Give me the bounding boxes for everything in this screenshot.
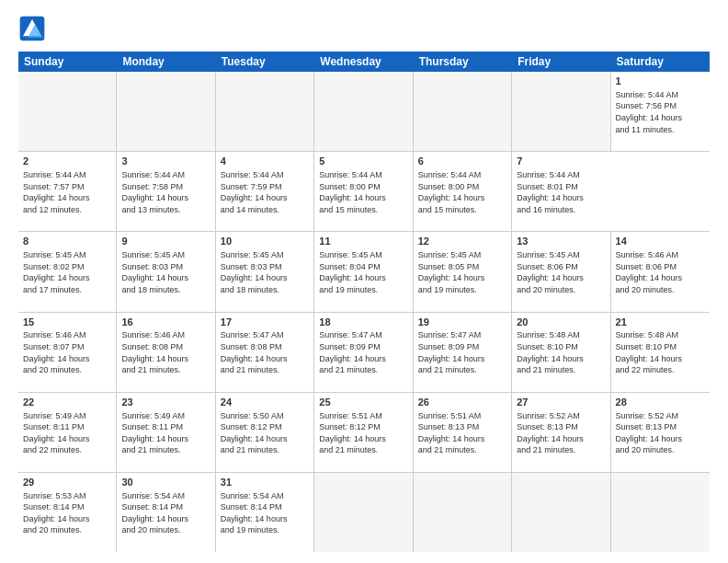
day-info: Sunrise: 5:46 AM Sunset: 8:06 PM Dayligh…: [616, 249, 705, 295]
calendar-row: 22Sunrise: 5:49 AM Sunset: 8:11 PM Dayli…: [18, 393, 710, 473]
day-number: 1: [616, 75, 705, 88]
day-info: Sunrise: 5:45 AM Sunset: 8:05 PM Dayligh…: [418, 249, 506, 295]
day-info: Sunrise: 5:51 AM Sunset: 8:13 PM Dayligh…: [418, 410, 506, 456]
calendar-cell: 18Sunrise: 5:47 AM Sunset: 8:09 PM Dayli…: [314, 313, 413, 392]
day-number: 20: [517, 316, 605, 329]
logo: [18, 15, 50, 42]
day-number: 11: [319, 235, 407, 248]
calendar-header-cell: Sunday: [18, 52, 117, 72]
calendar-cell: 3Sunrise: 5:44 AM Sunset: 7:58 PM Daylig…: [117, 152, 215, 231]
day-number: 4: [221, 155, 309, 168]
day-number: 21: [616, 316, 705, 329]
header: [18, 15, 710, 42]
calendar-cell-empty: [314, 72, 413, 151]
calendar-cell: 29Sunrise: 5:53 AM Sunset: 8:14 PM Dayli…: [18, 473, 117, 552]
calendar-cell: 26Sunrise: 5:51 AM Sunset: 8:13 PM Dayli…: [414, 393, 512, 472]
day-info: Sunrise: 5:44 AM Sunset: 7:56 PM Dayligh…: [616, 89, 705, 135]
day-info: Sunrise: 5:46 AM Sunset: 8:07 PM Dayligh…: [23, 329, 111, 375]
calendar-header-cell: Saturday: [611, 52, 710, 72]
calendar-header: SundayMondayTuesdayWednesdayThursdayFrid…: [18, 52, 710, 72]
calendar-cell: 13Sunrise: 5:45 AM Sunset: 8:06 PM Dayli…: [512, 232, 610, 311]
day-number: 26: [418, 396, 506, 409]
day-number: 3: [121, 155, 210, 168]
calendar-cell: 7Sunrise: 5:44 AM Sunset: 8:01 PM Daylig…: [512, 152, 610, 231]
day-number: 13: [517, 235, 605, 248]
calendar-row: 2Sunrise: 5:44 AM Sunset: 7:57 PM Daylig…: [18, 152, 710, 232]
calendar-header-cell: Wednesday: [314, 52, 413, 72]
calendar-row: 29Sunrise: 5:53 AM Sunset: 8:14 PM Dayli…: [18, 473, 710, 552]
day-info: Sunrise: 5:45 AM Sunset: 8:03 PM Dayligh…: [121, 249, 210, 295]
day-number: 24: [221, 396, 309, 409]
day-number: 7: [517, 155, 606, 168]
day-number: 19: [418, 316, 506, 329]
day-number: 6: [418, 155, 506, 168]
calendar-row: 1Sunrise: 5:44 AM Sunset: 7:56 PM Daylig…: [18, 72, 710, 152]
day-info: Sunrise: 5:44 AM Sunset: 7:59 PM Dayligh…: [221, 169, 309, 215]
calendar-cell: 12Sunrise: 5:45 AM Sunset: 8:05 PM Dayli…: [414, 232, 512, 311]
calendar-cell: 10Sunrise: 5:45 AM Sunset: 8:03 PM Dayli…: [216, 232, 314, 311]
calendar-cell: 21Sunrise: 5:48 AM Sunset: 8:10 PM Dayli…: [611, 313, 710, 392]
day-number: 23: [121, 396, 210, 409]
calendar-header-cell: Friday: [512, 52, 610, 72]
calendar-row: 8Sunrise: 5:45 AM Sunset: 8:02 PM Daylig…: [18, 232, 710, 312]
calendar-cell-empty: [117, 72, 215, 151]
calendar-cell: 28Sunrise: 5:52 AM Sunset: 8:13 PM Dayli…: [611, 393, 710, 472]
day-number: 27: [517, 396, 605, 409]
calendar-cell: 5Sunrise: 5:44 AM Sunset: 8:00 PM Daylig…: [314, 152, 413, 231]
day-info: Sunrise: 5:45 AM Sunset: 8:02 PM Dayligh…: [23, 249, 111, 295]
calendar-header-cell: Tuesday: [216, 52, 314, 72]
day-number: 18: [319, 316, 407, 329]
day-info: Sunrise: 5:45 AM Sunset: 8:03 PM Dayligh…: [221, 249, 309, 295]
day-info: Sunrise: 5:46 AM Sunset: 8:08 PM Dayligh…: [121, 329, 210, 375]
calendar-header-cell: Thursday: [414, 52, 512, 72]
calendar-cell: 25Sunrise: 5:51 AM Sunset: 8:12 PM Dayli…: [314, 393, 413, 472]
day-number: 14: [616, 235, 705, 248]
day-info: Sunrise: 5:44 AM Sunset: 8:01 PM Dayligh…: [517, 169, 606, 215]
day-info: Sunrise: 5:50 AM Sunset: 8:12 PM Dayligh…: [221, 410, 309, 456]
day-info: Sunrise: 5:44 AM Sunset: 7:57 PM Dayligh…: [23, 169, 111, 215]
day-number: 2: [23, 155, 111, 168]
day-number: 22: [23, 396, 111, 409]
calendar-cell: 11Sunrise: 5:45 AM Sunset: 8:04 PM Dayli…: [314, 232, 413, 311]
calendar-cell-empty: [18, 72, 117, 151]
day-info: Sunrise: 5:47 AM Sunset: 8:08 PM Dayligh…: [221, 329, 309, 375]
day-number: 9: [121, 235, 210, 248]
day-info: Sunrise: 5:45 AM Sunset: 8:04 PM Dayligh…: [319, 249, 407, 295]
day-number: 31: [221, 476, 309, 489]
calendar-row: 15Sunrise: 5:46 AM Sunset: 8:07 PM Dayli…: [18, 313, 710, 393]
calendar-cell: 2Sunrise: 5:44 AM Sunset: 7:57 PM Daylig…: [18, 152, 117, 231]
calendar-cell: 20Sunrise: 5:48 AM Sunset: 8:10 PM Dayli…: [512, 313, 610, 392]
calendar-cell: 22Sunrise: 5:49 AM Sunset: 8:11 PM Dayli…: [18, 393, 117, 472]
day-number: 25: [319, 396, 407, 409]
day-number: 16: [121, 316, 210, 329]
calendar-cell: 23Sunrise: 5:49 AM Sunset: 8:11 PM Dayli…: [117, 393, 215, 472]
calendar: SundayMondayTuesdayWednesdayThursdayFrid…: [18, 52, 710, 552]
calendar-cell: 15Sunrise: 5:46 AM Sunset: 8:07 PM Dayli…: [18, 313, 117, 392]
day-info: Sunrise: 5:48 AM Sunset: 8:10 PM Dayligh…: [517, 329, 605, 375]
day-info: Sunrise: 5:53 AM Sunset: 8:14 PM Dayligh…: [23, 490, 111, 536]
day-number: 28: [616, 396, 705, 409]
day-number: 17: [221, 316, 309, 329]
calendar-cell: 8Sunrise: 5:45 AM Sunset: 8:02 PM Daylig…: [18, 232, 117, 311]
day-info: Sunrise: 5:47 AM Sunset: 8:09 PM Dayligh…: [319, 329, 407, 375]
day-number: 12: [418, 235, 506, 248]
calendar-cell: 27Sunrise: 5:52 AM Sunset: 8:13 PM Dayli…: [512, 393, 610, 472]
day-info: Sunrise: 5:44 AM Sunset: 8:00 PM Dayligh…: [418, 169, 506, 215]
day-info: Sunrise: 5:49 AM Sunset: 8:11 PM Dayligh…: [23, 410, 111, 456]
calendar-cell: 19Sunrise: 5:47 AM Sunset: 8:09 PM Dayli…: [414, 313, 512, 392]
day-info: Sunrise: 5:48 AM Sunset: 8:10 PM Dayligh…: [616, 329, 705, 375]
day-info: Sunrise: 5:49 AM Sunset: 8:11 PM Dayligh…: [121, 410, 210, 456]
day-info: Sunrise: 5:54 AM Sunset: 8:14 PM Dayligh…: [121, 490, 210, 536]
day-number: 15: [23, 316, 111, 329]
calendar-cell-empty: [414, 72, 512, 151]
calendar-body: 1Sunrise: 5:44 AM Sunset: 7:56 PM Daylig…: [18, 72, 710, 552]
calendar-header-cell: Monday: [117, 52, 215, 72]
calendar-cell-empty: [512, 72, 610, 151]
day-info: Sunrise: 5:47 AM Sunset: 8:09 PM Dayligh…: [418, 329, 506, 375]
day-number: 29: [23, 476, 111, 489]
day-info: Sunrise: 5:51 AM Sunset: 8:12 PM Dayligh…: [319, 410, 407, 456]
day-number: 5: [319, 155, 407, 168]
calendar-cell: 30Sunrise: 5:54 AM Sunset: 8:14 PM Dayli…: [117, 473, 215, 552]
calendar-cell: 1Sunrise: 5:44 AM Sunset: 7:56 PM Daylig…: [611, 72, 710, 151]
day-number: 30: [121, 476, 210, 489]
